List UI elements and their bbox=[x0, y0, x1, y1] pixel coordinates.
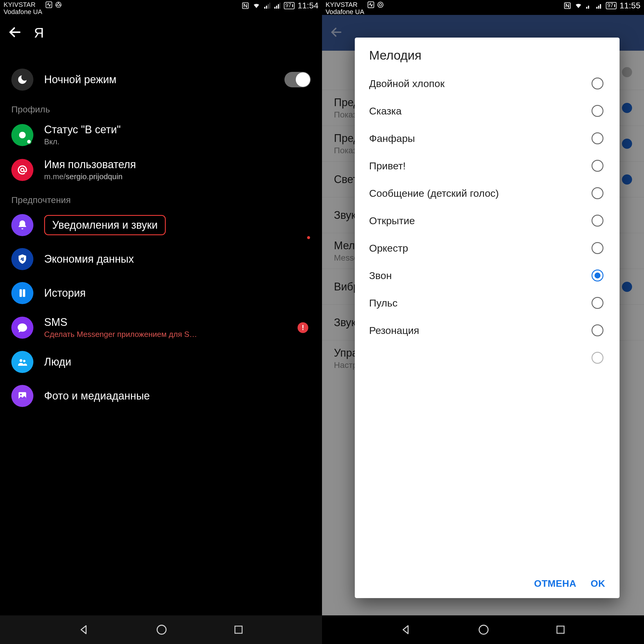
signal-2-icon bbox=[596, 2, 603, 9]
ok-button[interactable]: OK bbox=[591, 578, 605, 589]
svg-rect-13 bbox=[235, 626, 242, 633]
carrier-1: KYIVSTAR bbox=[4, 1, 42, 8]
activity-icon bbox=[367, 1, 374, 8]
radio-icon[interactable] bbox=[592, 105, 603, 117]
sms-row[interactable]: SMS Сделать Messenger приложением для S…… bbox=[0, 310, 322, 345]
dialog-title: Мелодия bbox=[355, 38, 620, 70]
wifi-icon bbox=[574, 2, 583, 9]
ringtone-option[interactable]: Двойной хлопок bbox=[355, 70, 620, 97]
radio-icon[interactable] bbox=[592, 160, 603, 172]
cancel-button[interactable]: ОТМЕНА bbox=[534, 578, 576, 589]
shield-icon bbox=[11, 248, 33, 270]
back-icon[interactable] bbox=[8, 25, 22, 41]
nav-recent-icon[interactable] bbox=[233, 624, 244, 635]
image-icon bbox=[11, 385, 33, 407]
carrier-1: KYIVSTAR bbox=[326, 1, 364, 8]
ringtone-label: Фанфары bbox=[369, 133, 415, 144]
radio-icon[interactable] bbox=[592, 132, 603, 144]
ringtone-option[interactable]: Открытие bbox=[355, 207, 620, 234]
nav-home-icon[interactable] bbox=[156, 624, 168, 636]
ringtone-option[interactable]: Сообщение (детский голос) bbox=[355, 179, 620, 207]
night-mode-row[interactable]: Ночной режим bbox=[0, 63, 322, 97]
carrier-2: Vodafone UA bbox=[4, 8, 42, 16]
signal-2-icon bbox=[274, 2, 281, 9]
section-prefs: Предпочтения bbox=[0, 187, 322, 208]
radio-icon[interactable] bbox=[592, 187, 603, 199]
nfc-icon bbox=[563, 2, 571, 10]
section-profile: Профиль bbox=[0, 97, 322, 117]
radio-icon[interactable] bbox=[592, 242, 603, 254]
ringtone-option[interactable]: Звон bbox=[355, 262, 620, 289]
people-row[interactable]: Люди bbox=[0, 345, 322, 379]
radio-icon[interactable] bbox=[592, 297, 603, 309]
data-saver-row[interactable]: Экономия данных bbox=[0, 242, 322, 276]
online-status-row[interactable]: Статус "В сети" Вкл. bbox=[0, 117, 322, 152]
ringtone-label: Привет! bbox=[369, 160, 406, 172]
svg-rect-6 bbox=[20, 289, 22, 297]
nfc-icon bbox=[241, 2, 249, 10]
ringtone-option[interactable]: Привет! bbox=[355, 152, 620, 179]
nav-home-icon[interactable] bbox=[478, 624, 490, 636]
svg-point-15 bbox=[378, 2, 383, 7]
svg-point-8 bbox=[20, 359, 23, 362]
night-mode-toggle[interactable] bbox=[284, 72, 311, 87]
media-row[interactable]: Фото и медиаданные bbox=[0, 379, 322, 413]
svg-point-9 bbox=[23, 360, 25, 362]
radio-icon[interactable] bbox=[592, 78, 603, 89]
at-icon bbox=[11, 159, 33, 181]
history-row[interactable]: История bbox=[0, 276, 322, 310]
activity-icon bbox=[45, 1, 52, 8]
svg-point-16 bbox=[379, 4, 382, 6]
ringtone-option[interactable]: Фанфары bbox=[355, 125, 620, 152]
carrier-2: Vodafone UA bbox=[326, 8, 364, 16]
ringtone-option[interactable]: Пульс bbox=[355, 289, 620, 317]
ringtone-label: Сообщение (детский голос) bbox=[369, 188, 499, 199]
alert-badge: ! bbox=[298, 322, 308, 333]
nav-bar bbox=[0, 615, 322, 644]
chat-icon bbox=[11, 317, 33, 339]
ringtone-label: Сказка bbox=[369, 105, 402, 117]
notifications-row[interactable]: Уведомления и звуки bbox=[0, 208, 322, 242]
app-header: Я bbox=[0, 15, 322, 51]
wifi-icon bbox=[252, 2, 261, 9]
ringtone-dialog: Мелодия Двойной хлопокСказкаФанфарыПриве… bbox=[355, 38, 620, 598]
ringtone-option[interactable]: Резонация bbox=[355, 317, 620, 344]
status-time: 11:54 bbox=[298, 1, 318, 10]
username-row[interactable]: Имя пользователя m.me/sergio.prijodquin bbox=[0, 152, 322, 187]
ringtone-option[interactable]: Оркестр bbox=[355, 234, 620, 262]
chrome-icon bbox=[377, 1, 384, 8]
svg-rect-19 bbox=[557, 626, 564, 633]
bell-icon bbox=[11, 214, 33, 236]
battery-icon: 97 bbox=[284, 2, 295, 9]
ringtone-label: Двойной хлопок bbox=[369, 78, 445, 89]
moon-icon bbox=[11, 69, 33, 91]
svg-point-18 bbox=[479, 625, 488, 634]
status-time: 11:55 bbox=[620, 1, 640, 10]
ringtone-label: Оркестр bbox=[369, 242, 408, 254]
svg-point-12 bbox=[157, 625, 166, 634]
svg-point-11 bbox=[20, 394, 22, 395]
ringtone-option[interactable]: Сказка bbox=[355, 97, 620, 125]
nav-bar bbox=[322, 615, 644, 644]
signal-1-icon bbox=[264, 2, 271, 9]
radio-icon[interactable] bbox=[592, 324, 603, 336]
ringtone-label: Резонация bbox=[369, 325, 419, 336]
dialog-list: Двойной хлопокСказкаФанфарыПривет!Сообще… bbox=[355, 70, 620, 572]
ringtone-label: Пульс bbox=[369, 297, 397, 309]
svg-point-2 bbox=[57, 4, 60, 6]
signal-1-icon bbox=[586, 2, 593, 9]
ringtone-label: Звон bbox=[369, 270, 392, 281]
svg-point-4 bbox=[19, 131, 26, 138]
people-icon bbox=[11, 351, 33, 373]
nav-back-icon[interactable] bbox=[78, 624, 90, 636]
radio-icon[interactable] bbox=[592, 270, 603, 281]
nav-recent-icon[interactable] bbox=[555, 624, 566, 635]
presence-icon bbox=[11, 124, 33, 146]
radio-icon[interactable] bbox=[592, 215, 603, 227]
red-dot bbox=[307, 236, 310, 239]
ringtone-label: Открытие bbox=[369, 215, 415, 227]
chrome-icon bbox=[55, 1, 62, 8]
status-bar: KYIVSTAR Vodafone UA 97 11:54 bbox=[0, 0, 322, 15]
page-title: Я bbox=[34, 25, 44, 41]
nav-back-icon[interactable] bbox=[400, 624, 412, 636]
